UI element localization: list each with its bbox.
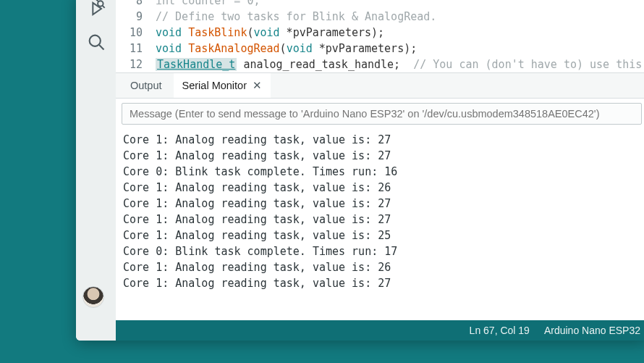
serial-console[interactable]: Core 1: Analog reading task, value is: 2… [116, 129, 644, 320]
tab-label: Output [130, 80, 162, 91]
code-content[interactable]: int counter = 0;// Define two tasks for … [156, 0, 644, 72]
debug-icon[interactable] [86, 0, 106, 19]
svg-point-4 [89, 36, 100, 46]
ide-window: 89101112 int counter = 0;// Define two t… [76, 0, 644, 341]
close-icon[interactable]: ✕ [253, 80, 262, 91]
code-editor[interactable]: 89101112 int counter = 0;// Define two t… [116, 0, 644, 72]
tab-output[interactable]: Output [122, 73, 171, 98]
svg-line-3 [96, 0, 99, 2]
board-name: Arduino Nano ESP32 [544, 325, 640, 336]
svg-marker-0 [93, 3, 101, 14]
cursor-position: Ln 67, Col 19 [470, 325, 530, 336]
tab-serial-monitor[interactable]: Serial Monitor ✕ [174, 73, 271, 98]
line-gutter: 89101112 [116, 0, 156, 72]
avatar[interactable] [82, 286, 104, 308]
search-icon[interactable] [86, 32, 106, 52]
panel-tabs: Output Serial Monitor ✕ [116, 72, 644, 99]
serial-message-input[interactable] [122, 103, 642, 125]
svg-line-5 [99, 45, 103, 49]
svg-line-2 [102, 5, 105, 8]
status-bar: Ln 67, Col 19 Arduino Nano ESP32 [116, 320, 644, 341]
main-panel: 89101112 int counter = 0;// Define two t… [116, 0, 644, 341]
tab-label: Serial Monitor [182, 80, 247, 91]
serial-input-row [116, 99, 644, 129]
